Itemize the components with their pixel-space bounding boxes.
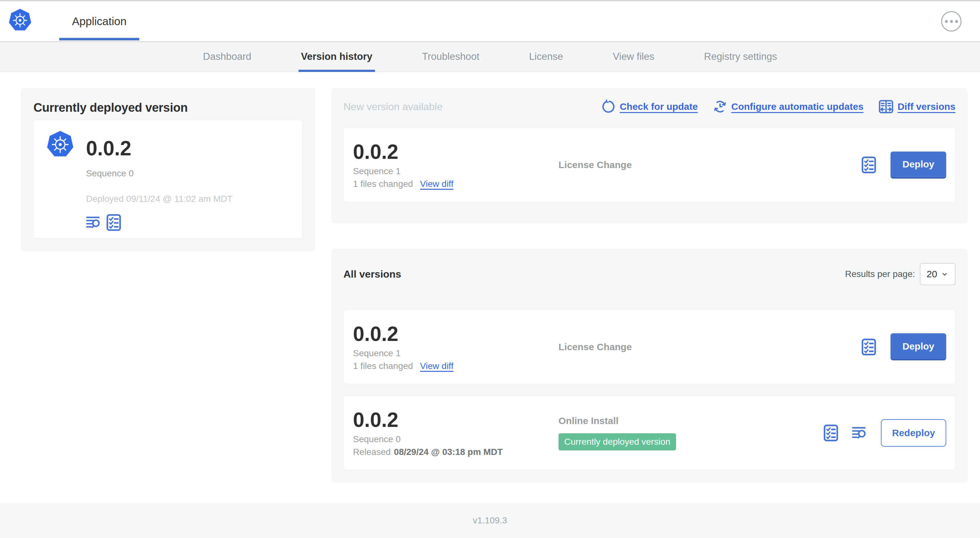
app-tab-application[interactable]: Application xyxy=(59,1,139,41)
files-changed-label: 1 files changed xyxy=(353,179,413,189)
card-actions: Deploy xyxy=(861,333,946,360)
version-label: 0.0.2 xyxy=(353,322,558,345)
configure-automatic-updates-link[interactable]: Configure automatic updates xyxy=(713,100,863,114)
all-versions-panel: All versions Results per page: 20 xyxy=(331,249,967,482)
currently-deployed-panel: Currently deployed version 0.0.2 Sequenc… xyxy=(21,88,315,251)
source-label: License Change xyxy=(558,159,632,170)
files-changed-line: 1 files changed View diff xyxy=(353,361,558,371)
console-version-label: v1.109.3 xyxy=(473,516,507,525)
redeploy-button[interactable]: Redeploy xyxy=(881,419,946,447)
sequence-label: Sequence 1 xyxy=(353,348,558,359)
new-version-header: New version available Check for update C… xyxy=(344,100,956,114)
view-diff-link[interactable]: View diff xyxy=(420,361,453,371)
app-subnav: Dashboard Version history Troubleshoot L… xyxy=(0,41,980,72)
deployed-card-actions xyxy=(86,214,232,231)
files-changed-line: 1 files changed View diff xyxy=(353,179,558,189)
source-label: License Change xyxy=(558,341,632,352)
card-actions: Deploy xyxy=(861,152,946,179)
version-info: 0.0.2 Sequence 0 Released 08/29/24 @ 03:… xyxy=(353,408,558,457)
ellipsis-icon xyxy=(945,20,948,23)
new-version-panel: New version available Check for update C… xyxy=(331,88,967,224)
released-line: Released 08/29/24 @ 03:18 pm MDT xyxy=(353,447,558,457)
right-column: New version available Check for update C… xyxy=(331,88,967,503)
diff-versions-link[interactable]: Diff versions xyxy=(879,100,956,113)
check-for-update-link[interactable]: Check for update xyxy=(601,100,698,114)
kubernetes-app-icon xyxy=(45,130,75,159)
tab-view-files[interactable]: View files xyxy=(611,42,655,71)
currently-deployed-card: 0.0.2 Sequence 0 Deployed 09/11/24 @ 11:… xyxy=(33,120,303,239)
footer: v1.109.3 xyxy=(0,503,980,538)
auto-update-schedule-icon xyxy=(713,100,727,114)
view-diff-link[interactable]: View diff xyxy=(420,179,453,189)
version-rows: 0.0.2 Sequence 1 1 files changed View di… xyxy=(344,309,956,470)
version-source: License Change xyxy=(558,159,632,170)
sequence-label: Sequence 0 xyxy=(353,434,558,445)
main-content: Currently deployed version 0.0.2 Sequenc… xyxy=(0,72,980,503)
tab-troubleshoot[interactable]: Troubleshoot xyxy=(421,42,481,71)
all-versions-header: All versions Results per page: 20 xyxy=(344,263,956,285)
deployed-info: 0.0.2 Sequence 0 Deployed 09/11/24 @ 11:… xyxy=(86,130,232,229)
source-label: Online Install xyxy=(558,416,618,426)
tab-version-history[interactable]: Version history xyxy=(300,42,374,71)
preflight-checks-icon[interactable] xyxy=(861,338,876,355)
currently-deployed-badge: Currently deployed version xyxy=(558,433,676,451)
version-source: License Change xyxy=(558,341,632,352)
preflight-checks-icon[interactable] xyxy=(824,424,838,441)
overflow-menu-button[interactable] xyxy=(941,11,961,32)
tab-registry-settings[interactable]: Registry settings xyxy=(703,42,778,71)
deploy-button[interactable]: Deploy xyxy=(891,152,946,179)
deployed-sequence-label: Sequence 0 xyxy=(86,168,232,179)
tab-license[interactable]: License xyxy=(528,42,565,71)
version-info: 0.0.2 Sequence 1 1 files changed View di… xyxy=(353,140,558,189)
version-source: Online Install Currently deployed versio… xyxy=(558,416,676,451)
version-info: 0.0.2 Sequence 1 1 files changed View di… xyxy=(353,322,558,371)
results-per-page-label: Results per page: xyxy=(845,269,915,279)
app-tab-label: Application xyxy=(72,15,126,28)
preflight-checks-icon[interactable] xyxy=(107,214,121,231)
deploy-button[interactable]: Deploy xyxy=(891,333,946,360)
files-changed-label: 1 files changed xyxy=(353,361,413,371)
released-date: 08/29/24 @ 03:18 pm MDT xyxy=(394,447,503,457)
kubernetes-logo-icon xyxy=(8,8,32,33)
new-version-title: New version available xyxy=(344,101,442,113)
version-label: 0.0.2 xyxy=(353,140,558,163)
sequence-label: Sequence 1 xyxy=(353,166,558,177)
top-bar: Application xyxy=(0,0,980,41)
released-prefix: Released xyxy=(353,447,391,457)
results-per-page-select[interactable]: 20 xyxy=(920,263,956,285)
card-actions: Redeploy xyxy=(824,419,946,447)
tab-dashboard[interactable]: Dashboard xyxy=(202,42,253,71)
chevron-down-icon xyxy=(940,270,949,278)
version-row: 0.0.2 Sequence 1 1 files changed View di… xyxy=(344,309,956,384)
deployed-timestamp: Deployed 09/11/24 @ 11:02 am MDT xyxy=(86,194,232,205)
currently-deployed-title: Currently deployed version xyxy=(33,100,303,115)
deployed-version-label: 0.0.2 xyxy=(86,137,232,160)
update-actions: Check for update Configure automatic upd… xyxy=(601,100,956,114)
version-row: 0.0.2 Sequence 0 Released 08/29/24 @ 03:… xyxy=(344,395,956,470)
view-logs-icon[interactable] xyxy=(86,216,101,230)
version-label: 0.0.2 xyxy=(353,408,558,432)
kots-admin-console: Application Dashboard Version history Tr… xyxy=(0,0,980,538)
refresh-icon xyxy=(601,100,616,114)
all-versions-title: All versions xyxy=(344,268,401,280)
view-logs-icon[interactable] xyxy=(852,426,867,440)
diff-icon xyxy=(879,100,893,113)
preflight-checks-icon[interactable] xyxy=(861,156,876,173)
new-version-card: 0.0.2 Sequence 1 1 files changed View di… xyxy=(344,127,956,203)
results-per-page: Results per page: 20 xyxy=(845,263,956,285)
